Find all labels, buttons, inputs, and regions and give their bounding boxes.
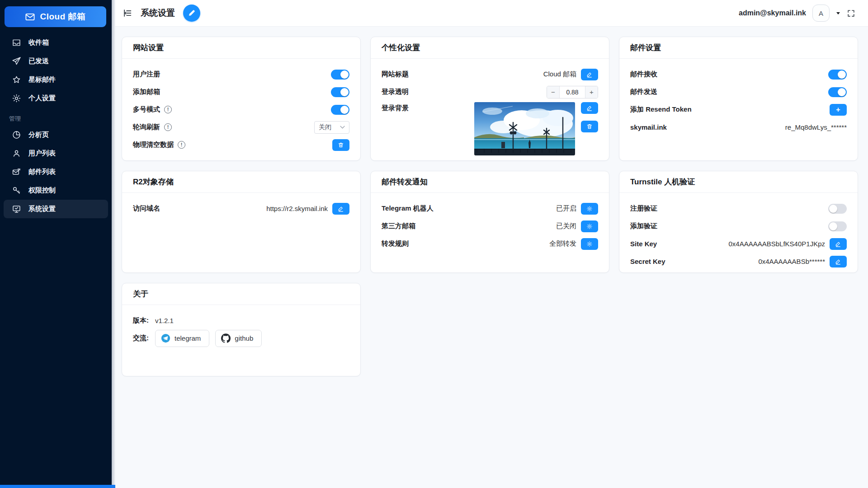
sidebar-item-users[interactable]: 用户列表: [4, 144, 108, 163]
setting-row-telegram-bot: Telegram 机器人 已开启: [382, 200, 598, 217]
third-party-config-button[interactable]: [581, 221, 598, 232]
setting-row-login-opacity: 登录透明 − 0.88 +: [382, 83, 598, 101]
send-icon: [11, 56, 21, 66]
sidebar-item-system-settings[interactable]: 系统设置: [4, 200, 108, 218]
info-icon[interactable]: !: [178, 141, 185, 149]
app-logo-button[interactable]: Cloud 邮箱: [5, 6, 106, 27]
card-title: 关于: [122, 283, 360, 305]
secret-key-edit-button[interactable]: [830, 256, 847, 267]
sidebar-item-label: 星标邮件: [28, 75, 56, 84]
card-turnstile: Turnstile 人机验证 注册验证 添加验证 Site Key 0x4AAA…: [619, 171, 858, 273]
sidebar-item-label: 权限控制: [28, 186, 56, 195]
register-verify-toggle[interactable]: [828, 204, 847, 214]
telegram-link-button[interactable]: telegram: [155, 330, 209, 347]
site-title-edit-button[interactable]: [581, 69, 598, 80]
add-mailbox-toggle[interactable]: [331, 87, 349, 97]
setting-label: 多号模式: [133, 105, 160, 114]
about-version-row: 版本: v1.2.1: [133, 312, 349, 329]
setting-row-site-key: Site Key 0x4AAAAAABSbLfKS40P1JKpz: [630, 235, 847, 253]
setting-label: 邮件接收: [630, 70, 657, 79]
sidebar-item-label: 已发送: [28, 57, 49, 66]
gear-icon: [11, 94, 21, 103]
sidebar-item-permissions[interactable]: 权限控制: [4, 181, 108, 200]
telegram-bot-status: 已开启: [556, 204, 576, 213]
trash-icon: [338, 142, 344, 148]
forward-rule-config-button[interactable]: [581, 238, 598, 250]
mail-send-toggle[interactable]: [828, 87, 847, 97]
edit-title-button[interactable]: [183, 5, 200, 22]
key-icon: [11, 186, 21, 196]
opacity-value[interactable]: 0.88: [560, 86, 585, 98]
gear-icon: [586, 206, 593, 212]
site-key-edit-button[interactable]: [830, 238, 847, 250]
setting-label: 用户注册: [133, 70, 160, 79]
version-value: v1.2.1: [155, 317, 174, 324]
sidebar-item-label: 收件箱: [28, 38, 49, 47]
add-resend-token-button[interactable]: +: [830, 104, 847, 116]
background-edit-button[interactable]: [581, 102, 598, 114]
mail-receive-toggle[interactable]: [828, 70, 847, 80]
edit-icon: [586, 105, 593, 111]
token-domain-label: skymail.ink: [630, 123, 667, 131]
sidebar-nav: 收件箱 已发送 星标邮件 个人设置 管理 分析页: [0, 33, 112, 218]
select-value: 关闭: [319, 123, 331, 131]
card-r2-storage: R2对象存储 访问域名 https://r2.skymail.ink: [122, 171, 361, 273]
multi-account-toggle[interactable]: [331, 105, 349, 115]
setting-row-access-domain: 访问域名 https://r2.skymail.ink: [133, 200, 349, 217]
setting-label: Secret Key: [630, 258, 665, 265]
telegram-bot-config-button[interactable]: [581, 203, 598, 215]
poll-refresh-select[interactable]: 关闭: [314, 121, 349, 134]
app-title: Cloud 邮箱: [40, 11, 85, 23]
pencil-icon: [188, 9, 196, 17]
monitor-check-icon: [11, 204, 21, 214]
third-party-status: 已关闭: [556, 222, 576, 230]
card-website-settings: 网站设置 用户注册 添加邮箱 多号模式! 轮询刷新!: [122, 37, 361, 161]
purge-data-delete-button[interactable]: [332, 139, 349, 151]
access-domain-edit-button[interactable]: [332, 203, 349, 215]
card-title: 邮件设置: [619, 37, 858, 59]
star-icon: [11, 75, 21, 85]
info-icon[interactable]: !: [164, 106, 172, 113]
card-title: 邮件转发通知: [371, 171, 609, 193]
setting-row-site-title: 网站标题 Cloud 邮箱: [382, 66, 598, 83]
sidebar-item-personal-settings[interactable]: 个人设置: [4, 89, 108, 108]
setting-row-poll-refresh: 轮询刷新! 关闭: [133, 118, 349, 136]
avatar[interactable]: A: [812, 5, 830, 22]
user-register-toggle[interactable]: [331, 70, 349, 80]
user-icon: [11, 149, 21, 159]
card-title: R2对象存储: [122, 171, 360, 193]
edit-icon: [586, 71, 593, 78]
setting-row-login-background: 登录背景: [382, 102, 598, 155]
pie-chart-icon: [11, 130, 21, 140]
stepper-increase-button[interactable]: +: [585, 86, 598, 98]
fullscreen-icon[interactable]: [847, 9, 855, 18]
sidebar-bottom-scrollbar[interactable]: [0, 485, 115, 488]
sidebar-item-sent[interactable]: 已发送: [4, 52, 108, 70]
sidebar-scrollbar[interactable]: [112, 0, 115, 485]
background-delete-button[interactable]: [581, 121, 598, 132]
login-background-image[interactable]: [474, 102, 575, 155]
setting-row-secret-key: Secret Key 0x4AAAAAABSb******: [630, 253, 847, 270]
sidebar-item-mail-list[interactable]: 邮件列表: [4, 163, 108, 181]
setting-row-user-register: 用户注册: [133, 66, 349, 83]
setting-label: 添加邮箱: [133, 88, 160, 96]
github-link-button[interactable]: github: [215, 330, 262, 347]
collapse-sidebar-icon[interactable]: [122, 7, 133, 19]
mail-list-icon: [11, 167, 21, 177]
stepper-decrease-button[interactable]: −: [547, 86, 560, 98]
sidebar-item-label: 个人设置: [28, 94, 56, 103]
setting-label: 访问域名: [133, 204, 160, 213]
setting-row-forward-rule: 转发规则 全部转发: [382, 235, 598, 253]
chevron-down-icon: [340, 126, 345, 129]
sidebar-item-inbox[interactable]: 收件箱: [4, 33, 108, 52]
page-title: 系统设置: [141, 7, 175, 19]
chevron-down-icon[interactable]: [836, 12, 840, 15]
setting-row-multi-account: 多号模式!: [133, 101, 349, 118]
add-verify-toggle[interactable]: [828, 221, 847, 231]
setting-row-purge-data: 物理清空数据!: [133, 136, 349, 154]
content-area: 网站设置 用户注册 添加邮箱 多号模式! 轮询刷新!: [115, 27, 868, 488]
edit-icon: [835, 258, 841, 265]
info-icon[interactable]: !: [164, 123, 172, 131]
sidebar-item-analytics[interactable]: 分析页: [4, 126, 108, 144]
sidebar-item-starred[interactable]: 星标邮件: [4, 70, 108, 89]
